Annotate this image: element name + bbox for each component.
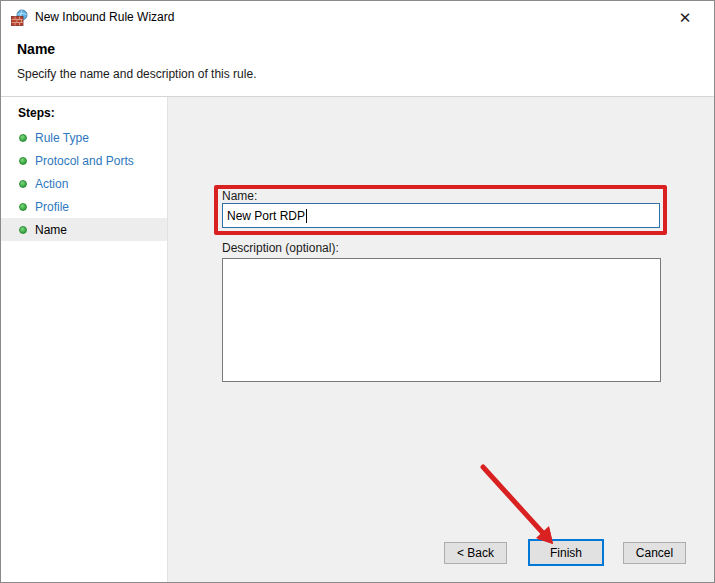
sidebar-item-protocol-and-ports[interactable]: Protocol and Ports [1,149,167,172]
wizard-content: Name: New Port RDP Description (optional… [168,97,714,583]
name-field-label: Name: [222,189,257,203]
sidebar-item-profile[interactable]: Profile [1,195,167,218]
description-textarea[interactable] [222,258,661,382]
step-bullet-icon [19,203,27,211]
back-button[interactable]: < Back [444,542,507,564]
firewall-icon [11,9,28,26]
name-input-value: New Port RDP [227,209,305,223]
step-bullet-icon [19,134,27,142]
step-bullet-icon [19,157,27,165]
finish-button[interactable]: Finish [528,539,604,566]
step-bullet-icon [19,226,27,234]
wizard-header: Name Specify the name and description of… [1,33,714,96]
step-label: Rule Type [35,131,89,145]
cancel-button[interactable]: Cancel [623,542,686,564]
window-title: New Inbound Rule Wizard [35,10,174,24]
step-label: Name [35,223,67,237]
text-caret [306,209,307,223]
sidebar-item-action[interactable]: Action [1,172,167,195]
title-bar: New Inbound Rule Wizard ✕ [1,1,714,33]
page-subtitle: Specify the name and description of this… [17,67,714,81]
page-title: Name [17,41,714,57]
step-label: Action [35,177,68,191]
step-bullet-icon [19,180,27,188]
sidebar-item-rule-type[interactable]: Rule Type [1,126,167,149]
step-label: Profile [35,200,69,214]
name-input[interactable]: New Port RDP [222,203,660,228]
sidebar-item-name[interactable]: Name [1,218,167,241]
step-label: Protocol and Ports [35,154,134,168]
steps-sidebar: Steps: Rule Type Protocol and Ports Acti… [1,97,168,583]
close-icon[interactable]: ✕ [672,5,698,31]
description-field-label: Description (optional): [222,241,339,255]
wizard-window: New Inbound Rule Wizard ✕ Name Specify t… [0,0,715,583]
steps-heading: Steps: [1,104,167,126]
